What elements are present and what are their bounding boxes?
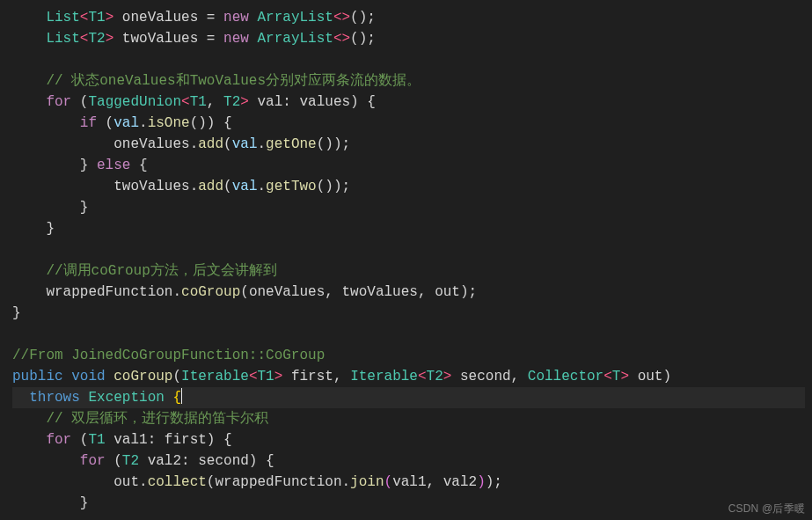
- code-token: T2: [122, 453, 139, 469]
- code-token: twoValues: [122, 31, 207, 47]
- code-token: [12, 10, 46, 26]
- code-line[interactable]: }: [12, 200, 88, 216]
- code-token: wrappedFunction: [215, 474, 341, 490]
- code-token: getOne: [266, 136, 317, 152]
- code-token: ,: [427, 474, 443, 490]
- code-token: new: [223, 10, 249, 26]
- code-token: .: [342, 474, 351, 490]
- code-token: coGroup: [113, 369, 172, 385]
- code-line[interactable]: List<T2> twoValues = new ArrayList<>();: [12, 31, 376, 47]
- code-line[interactable]: //调用coGroup方法，后文会讲解到: [12, 263, 277, 279]
- code-token: T2: [88, 31, 105, 47]
- code-token: //From JoinedCoGroupFunction::CoGroup: [12, 348, 325, 363]
- text-cursor: [181, 388, 182, 404]
- code-token: ): [477, 474, 486, 490]
- code-token: .: [139, 474, 148, 490]
- code-token: (: [223, 179, 232, 194]
- code-token: [12, 136, 113, 152]
- code-token: oneValues: [249, 284, 325, 300]
- code-line[interactable]: for (TaggedUnion<T1, T2> val: values) {: [12, 94, 376, 110]
- code-token: .: [257, 136, 266, 152]
- code-token: }: [12, 221, 55, 237]
- code-token: new: [223, 31, 249, 47]
- code-line[interactable]: oneValues.add(val.getOne());: [12, 136, 350, 152]
- code-token: isOne: [148, 115, 190, 131]
- code-token: ) {: [207, 432, 232, 448]
- code-token: List: [46, 10, 79, 26]
- code-token: <: [80, 10, 89, 26]
- code-line[interactable]: //From JoinedCoGroupFunction::CoGroup: [12, 348, 325, 363]
- code-token: <: [604, 369, 612, 385]
- code-token: twoValues: [342, 284, 418, 300]
- code-token: (: [384, 474, 393, 490]
- code-line[interactable]: }: [12, 221, 55, 237]
- code-token: [12, 474, 113, 490]
- code-token: ,: [511, 369, 528, 385]
- code-token: Iterable: [350, 369, 418, 385]
- code-line[interactable]: // 双层循环，进行数据的笛卡尔积: [12, 411, 268, 427]
- code-token: .: [257, 179, 266, 194]
- code-line[interactable]: out.collect(wrappedFunction.join(val1, v…: [12, 474, 502, 490]
- code-line[interactable]: twoValues.add(val.getTwo());: [12, 179, 350, 194]
- code-token: add: [198, 136, 223, 152]
- code-token: {: [130, 157, 147, 173]
- code-token: }: [12, 495, 88, 511]
- code-token: (: [71, 432, 88, 448]
- code-token: );: [486, 474, 502, 490]
- code-token: [12, 453, 80, 469]
- code-token: ,: [325, 284, 341, 300]
- code-token: [629, 369, 638, 385]
- code-token: void: [71, 369, 105, 385]
- code-token: >: [106, 10, 114, 26]
- code-token: [12, 390, 29, 406]
- code-token: T1: [88, 10, 105, 26]
- code-token: coGroup: [181, 284, 240, 300]
- code-line[interactable]: wrappedFunction.coGroup(oneValues, twoVa…: [12, 284, 477, 300]
- code-token: for: [80, 453, 106, 469]
- code-token: [106, 369, 114, 385]
- code-token: val: [113, 115, 139, 131]
- code-token: [113, 10, 122, 26]
- code-token: Collector: [528, 369, 604, 385]
- code-token: [12, 284, 46, 300]
- code-token: else: [97, 157, 130, 173]
- code-token: // 双层循环，进行数据的笛卡尔积: [46, 411, 268, 427]
- code-token: >: [240, 94, 249, 110]
- code-line[interactable]: }: [12, 495, 88, 511]
- code-token: ) {: [350, 94, 376, 110]
- watermark-text: CSDN @后季暖: [728, 502, 805, 516]
- code-token: );: [460, 284, 477, 300]
- code-token: [165, 390, 173, 406]
- code-token: >: [443, 369, 452, 385]
- code-token: }: [12, 305, 21, 321]
- code-token: (: [106, 453, 122, 469]
- code-token: val1: [113, 432, 147, 448]
- code-token: [106, 432, 114, 448]
- code-token: public: [12, 369, 63, 385]
- code-token: collect: [148, 474, 207, 490]
- code-token: ): [662, 369, 671, 385]
- code-token: T2: [223, 94, 240, 110]
- code-line[interactable]: } else {: [12, 157, 148, 173]
- code-token: [12, 432, 46, 448]
- code-token: ArrayList: [257, 10, 333, 26]
- code-line[interactable]: for (T1 val1: first) {: [12, 432, 232, 448]
- code-token: [451, 369, 460, 385]
- code-token: {: [172, 390, 181, 406]
- code-token: [12, 115, 80, 131]
- code-line[interactable]: for (T2 val2: second) {: [12, 453, 274, 469]
- code-token: T1: [190, 94, 207, 110]
- code-line[interactable]: public void coGroup(Iterable<T1> first, …: [12, 369, 671, 385]
- code-line[interactable]: throws Exception {: [12, 387, 805, 408]
- code-token: wrappedFunction: [46, 284, 172, 300]
- code-line[interactable]: if (val.isOne()) {: [12, 115, 232, 131]
- code-token: ,: [418, 284, 435, 300]
- code-line[interactable]: List<T1> oneValues = new ArrayList<>();: [12, 10, 376, 26]
- code-token: ) {: [249, 453, 274, 469]
- code-token: >: [106, 31, 114, 47]
- code-line[interactable]: }: [12, 305, 21, 321]
- code-editor[interactable]: List<T1> oneValues = new ArrayList<>(); …: [0, 0, 812, 520]
- code-token: [12, 411, 46, 427]
- code-line[interactable]: // 状态oneValues和TwoValues分别对应两条流的数据。: [12, 73, 421, 89]
- code-token: ();: [350, 31, 376, 47]
